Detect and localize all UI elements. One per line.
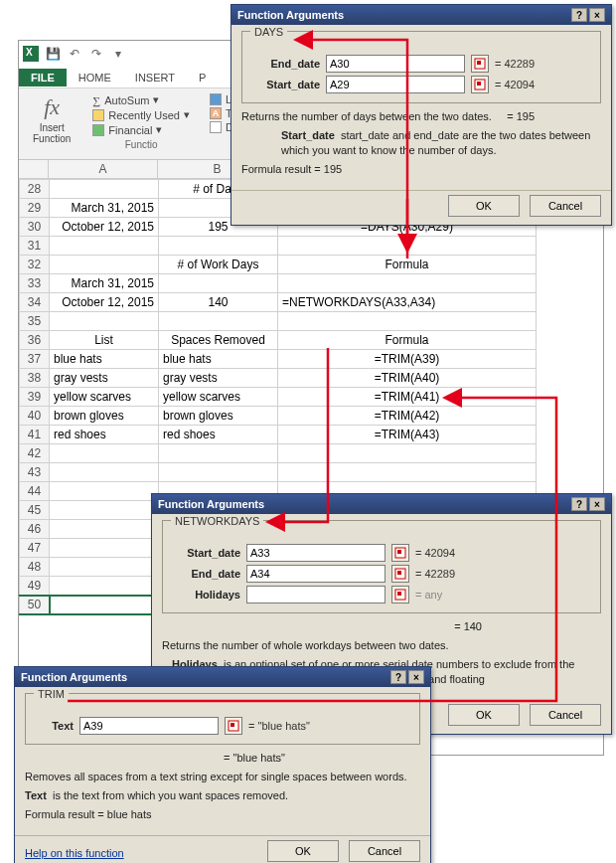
ref-picker-icon[interactable] — [471, 55, 489, 73]
trim-dialog: Function Arguments ?× TRIM Text = "blue … — [14, 666, 431, 863]
help-icon[interactable]: ? — [571, 8, 587, 22]
close-icon[interactable]: × — [408, 670, 424, 684]
tab-insert[interactable]: INSERT — [123, 69, 187, 86]
days-desc2-label: Start_date — [281, 129, 335, 141]
net-hol-label: Holidays — [171, 589, 240, 601]
svg-rect-11 — [231, 723, 234, 727]
net-start-input[interactable] — [246, 544, 385, 562]
net-hol-result: = any — [415, 589, 442, 601]
tab-file[interactable]: FILE — [19, 69, 67, 86]
trim-formula-result: Formula result = blue hats — [25, 807, 420, 822]
svg-rect-3 — [477, 82, 481, 86]
trim-dialog-title: Function Arguments — [21, 671, 127, 683]
cancel-button[interactable]: Cancel — [530, 704, 601, 726]
net-end-result: = 42289 — [415, 568, 455, 580]
autosum-button[interactable]: ∑AutoSum▾ — [88, 92, 194, 107]
save-icon[interactable]: 💾 — [45, 46, 61, 62]
help-link[interactable]: Help on this function — [15, 843, 134, 863]
networkdays-dialog-titlebar[interactable]: Function Arguments ?× — [152, 494, 611, 514]
financial-icon — [92, 124, 104, 136]
net-end-input[interactable] — [246, 565, 385, 583]
days-fn-name: DAYS — [250, 26, 287, 38]
col-header-a[interactable]: A — [49, 160, 158, 178]
ok-button[interactable]: OK — [448, 195, 520, 217]
ref-picker-icon[interactable] — [391, 544, 409, 562]
net-end-label: End_date — [171, 568, 240, 580]
help-icon[interactable]: ? — [571, 497, 587, 511]
tab-partial[interactable]: P — [187, 69, 218, 86]
ref-picker-icon[interactable] — [225, 717, 242, 735]
days-desc1-result: = 195 — [507, 110, 535, 122]
qat-dropdown-icon[interactable]: ▾ — [110, 46, 126, 62]
ref-picker-icon[interactable] — [471, 76, 489, 93]
end-date-input[interactable] — [326, 55, 465, 73]
net-start-label: Start_date — [171, 547, 240, 559]
days-desc1: Returns the number of days between the t… — [241, 110, 492, 122]
svg-rect-1 — [477, 61, 481, 65]
trim-desc2-label: Text — [25, 789, 47, 801]
start-date-result: = 42094 — [495, 79, 535, 90]
trim-text-result: = "blue hats" — [248, 720, 310, 732]
date-icon — [210, 121, 222, 133]
days-dialog: Function Arguments ?× DAYS End_date = 42… — [231, 4, 612, 226]
trim-text-input[interactable] — [79, 717, 219, 735]
ref-picker-icon[interactable] — [391, 565, 409, 583]
close-icon[interactable]: × — [589, 497, 605, 511]
trim-fn-name: TRIM — [34, 688, 69, 700]
net-hol-input[interactable] — [246, 586, 385, 604]
trim-dialog-titlebar[interactable]: Function Arguments ?× — [15, 667, 430, 687]
help-icon[interactable]: ? — [390, 670, 406, 684]
net-start-result: = 42094 — [415, 547, 455, 559]
cancel-button[interactable]: Cancel — [530, 195, 601, 217]
networkdays-fn-name: NETWORKDAYS — [171, 515, 263, 527]
days-dialog-title: Function Arguments — [237, 9, 344, 21]
start-date-input[interactable] — [326, 76, 465, 93]
start-date-label: Start_date — [250, 79, 320, 90]
ribbon-group-label: Functio — [88, 139, 194, 150]
fx-icon: fx — [44, 94, 60, 120]
svg-rect-7 — [397, 571, 401, 575]
redo-icon[interactable]: ↷ — [88, 46, 104, 62]
svg-rect-9 — [397, 592, 401, 596]
trim-calc-result: = "blue hats" — [25, 751, 420, 766]
net-desc1: Returns the number of whole workdays bet… — [162, 638, 601, 653]
insert-function-button[interactable]: fx InsertFunction — [27, 92, 77, 146]
trim-text-label: Text — [34, 720, 74, 732]
ref-picker-icon[interactable] — [391, 586, 409, 604]
days-dialog-titlebar[interactable]: Function Arguments ?× — [231, 5, 611, 25]
cancel-button[interactable]: Cancel — [349, 840, 420, 862]
text-icon: A — [210, 107, 222, 119]
insert-function-label: InsertFunction — [33, 122, 71, 144]
financial-button[interactable]: Financial▾ — [88, 122, 194, 137]
net-calc-result: = 140 — [162, 619, 601, 634]
close-icon[interactable]: × — [589, 8, 605, 22]
ok-button[interactable]: OK — [267, 840, 339, 862]
trim-desc1: Removes all spaces from a text string ex… — [25, 770, 420, 784]
svg-rect-5 — [397, 550, 401, 554]
ok-button[interactable]: OK — [448, 704, 520, 726]
end-date-result: = 42289 — [495, 58, 535, 70]
undo-icon[interactable]: ↶ — [67, 46, 82, 62]
star-icon — [92, 109, 104, 121]
days-formula-result: Formula result = 195 — [241, 162, 601, 177]
logical-icon — [210, 93, 222, 105]
excel-icon — [23, 46, 39, 62]
trim-desc2-text: is the text from which you want spaces r… — [53, 789, 288, 801]
end-date-label: End_date — [250, 58, 320, 70]
networkdays-dialog-title: Function Arguments — [158, 498, 264, 510]
tab-home[interactable]: HOME — [67, 69, 123, 86]
recently-used-button[interactable]: Recently Used▾ — [88, 107, 194, 122]
